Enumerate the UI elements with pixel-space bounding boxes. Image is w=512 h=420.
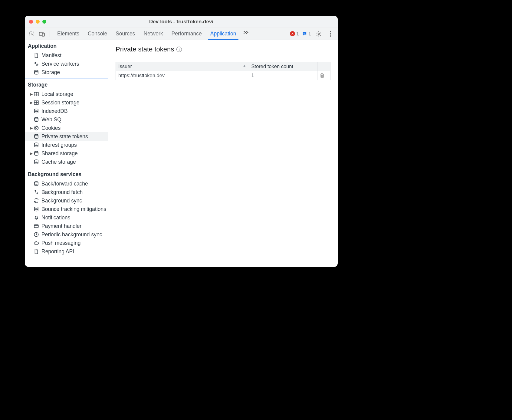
sidebar-item-background-fetch[interactable]: ▶Background fetch <box>25 188 108 196</box>
sidebar-section-title: Background services <box>25 168 108 179</box>
sidebar-item-bounce-tracking-mitigations[interactable]: ▶Bounce tracking mitigations <box>25 205 108 213</box>
svg-rect-26 <box>34 225 38 228</box>
sidebar-item-push-messaging[interactable]: ▶Push messaging <box>25 239 108 247</box>
sidebar-item-interest-groups[interactable]: ▶Interest groups <box>25 141 108 149</box>
svg-point-18 <box>37 129 37 129</box>
cell-count: 1 <box>249 71 317 80</box>
sidebar-item-local-storage[interactable]: ▶Local storage <box>25 90 108 98</box>
db-icon <box>33 181 39 187</box>
svg-point-22 <box>34 151 38 153</box>
svg-point-14 <box>34 109 38 110</box>
separator <box>50 31 50 37</box>
col-issuer[interactable]: Issuer ▲ <box>116 62 249 71</box>
chevron-right-icon: ▶ <box>30 152 33 156</box>
titlebar: DevTools - trusttoken.dev/ <box>25 16 338 28</box>
device-toolbar-icon[interactable] <box>38 29 47 38</box>
sidebar-item-notifications[interactable]: ▶Notifications <box>25 213 108 222</box>
sidebar-item-cookies[interactable]: ▶Cookies <box>25 124 108 132</box>
tab-application[interactable]: Application <box>206 28 241 40</box>
col-count[interactable]: Stored token count <box>249 62 317 71</box>
minimize-icon[interactable] <box>36 20 40 24</box>
sidebar-item-shared-storage[interactable]: ▶Shared storage <box>25 149 108 158</box>
info-icon[interactable]: i <box>176 47 182 52</box>
tab-network[interactable]: Network <box>139 28 167 40</box>
messages-count[interactable]: 1 <box>302 31 311 37</box>
sort-asc-icon: ▲ <box>243 64 246 68</box>
sidebar-item-label: Storage <box>41 69 60 76</box>
fetch-icon <box>33 189 39 195</box>
sidebar-item-storage[interactable]: ▶Storage <box>25 68 108 77</box>
cell-issuer: https://trusttoken.dev <box>116 71 249 80</box>
grid-icon <box>33 91 39 97</box>
svg-rect-3 <box>304 33 306 33</box>
sidebar-item-label: Periodic background sync <box>41 231 102 238</box>
chevron-right-icon: ▶ <box>30 92 33 96</box>
table-row[interactable]: https://trusttoken.dev 1 <box>116 71 330 80</box>
sync-icon <box>33 198 39 204</box>
settings-icon[interactable] <box>314 29 323 38</box>
svg-point-19 <box>35 129 36 129</box>
page-icon <box>33 248 39 254</box>
gears-icon <box>33 61 39 67</box>
tabs: Elements Console Sources Network Perform… <box>53 28 251 40</box>
tab-elements[interactable]: Elements <box>53 28 84 40</box>
bell-icon <box>33 215 39 221</box>
svg-point-24 <box>34 182 38 183</box>
sidebar-item-label: Push messaging <box>41 240 80 246</box>
svg-rect-2 <box>42 33 44 36</box>
more-tabs-icon[interactable] <box>241 28 251 37</box>
page-icon <box>33 52 39 58</box>
kebab-menu-icon[interactable] <box>326 29 335 38</box>
svg-point-20 <box>34 134 38 136</box>
sidebar-item-payment-handler[interactable]: ▶Payment handler <box>25 222 108 230</box>
db-icon <box>33 159 39 165</box>
svg-point-25 <box>34 207 38 208</box>
db-icon <box>33 116 39 123</box>
sidebar-section: Application▶Manifest▶Service workers▶Sto… <box>25 40 108 79</box>
sidebar-item-session-storage[interactable]: ▶Session storage <box>25 98 108 107</box>
sidebar-item-label: Shared storage <box>41 150 78 157</box>
svg-point-11 <box>34 70 38 72</box>
svg-point-5 <box>318 33 320 34</box>
cell-delete <box>317 71 330 80</box>
sidebar-item-label: Interest groups <box>41 142 77 148</box>
sidebar-item-indexeddb[interactable]: ▶IndexedDB <box>25 107 108 115</box>
trash-icon[interactable] <box>320 73 328 78</box>
content: Application▶Manifest▶Service workers▶Sto… <box>25 40 338 267</box>
cookie-icon <box>33 125 39 131</box>
panel-heading: Private state tokens i <box>116 45 330 53</box>
sidebar-item-label: Session storage <box>41 100 80 106</box>
sidebar-item-periodic-background-sync[interactable]: ▶Periodic background sync <box>25 230 108 239</box>
sidebar-item-service-workers[interactable]: ▶Service workers <box>25 60 108 68</box>
sidebar-item-label: Background sync <box>41 198 82 204</box>
sidebar-item-reporting-api[interactable]: ▶Reporting API <box>25 247 108 256</box>
error-icon <box>290 31 295 36</box>
tab-performance[interactable]: Performance <box>167 28 206 40</box>
svg-point-17 <box>35 127 36 128</box>
sidebar-item-private-state-tokens[interactable]: ▶Private state tokens <box>25 132 108 141</box>
sidebar-item-cache-storage[interactable]: ▶Cache storage <box>25 158 108 166</box>
sidebar-item-label: Local storage <box>41 91 73 97</box>
chevron-right-icon: ▶ <box>30 126 33 130</box>
svg-point-7 <box>330 33 331 34</box>
sidebar-item-background-sync[interactable]: ▶Background sync <box>25 196 108 205</box>
sidebar-item-back-forward-cache[interactable]: ▶Back/forward cache <box>25 179 108 188</box>
db-icon <box>33 142 39 148</box>
tab-console[interactable]: Console <box>84 28 111 40</box>
sidebar-item-manifest[interactable]: ▶Manifest <box>25 51 108 60</box>
inspect-icon[interactable] <box>27 29 36 38</box>
db-icon <box>33 150 39 156</box>
sidebar-item-label: Web SQL <box>41 116 64 123</box>
db-icon <box>33 206 39 212</box>
sidebar-section: Background services▶Back/forward cache▶B… <box>25 168 108 258</box>
error-count[interactable]: 1 <box>290 31 299 37</box>
maximize-icon[interactable] <box>42 20 46 24</box>
sidebar-item-label: Payment handler <box>41 223 81 229</box>
toolbar-right: 1 1 <box>290 29 335 38</box>
sidebar-item-web-sql[interactable]: ▶Web SQL <box>25 115 108 124</box>
close-icon[interactable] <box>29 20 33 24</box>
svg-point-10 <box>37 64 38 65</box>
cloud-icon <box>33 240 39 246</box>
tab-sources[interactable]: Sources <box>111 28 139 40</box>
sidebar-item-label: Manifest <box>41 52 61 59</box>
